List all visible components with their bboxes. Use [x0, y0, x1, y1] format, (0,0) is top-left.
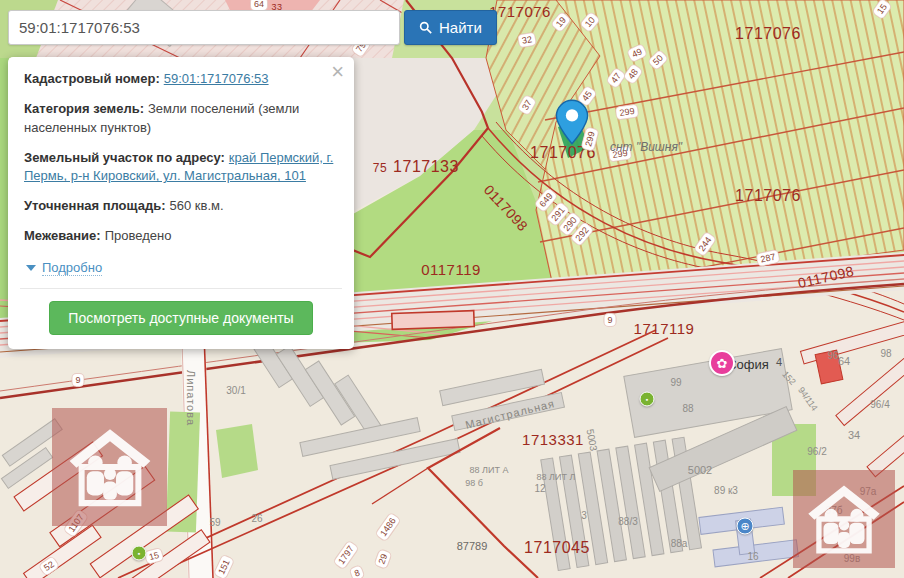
shop-poi-icon[interactable]: ▪: [132, 546, 147, 561]
area-row: Уточненная площадь:560 кв.м.: [24, 197, 338, 216]
watermark-house-family-icon: [793, 470, 895, 568]
flower-poi-icon[interactable]: ✿: [709, 350, 735, 376]
field-label: Земельный участок по адресу:: [24, 150, 225, 165]
find-button-label: Найти: [439, 19, 482, 36]
field-label: Уточненная площадь:: [24, 198, 165, 213]
surveying-row: Межевание:Проведено: [24, 227, 338, 246]
field-label: Категория земель:: [24, 101, 144, 116]
address-row: Земельный участок по адресу:край Пермски…: [24, 149, 338, 187]
cadastral-number-row: Кадастровый номер:59:01:1717076:53: [24, 70, 338, 89]
search-icon: [419, 21, 432, 34]
details-toggle[interactable]: Подробно: [26, 260, 338, 276]
parcel-info-popup: × Кадастровый номер:59:01:1717076:53 Кат…: [8, 57, 354, 349]
close-icon[interactable]: ×: [331, 61, 344, 83]
view-documents-button[interactable]: Посмотреть доступные документы: [49, 301, 312, 335]
search-bar: Найти: [8, 10, 497, 45]
search-input[interactable]: [8, 10, 400, 45]
map-pin-icon: [555, 99, 589, 149]
field-value: 560 кв.м.: [169, 198, 223, 213]
divider: [20, 288, 342, 289]
school-poi-icon[interactable]: ⊕: [737, 518, 754, 535]
field-value: Проведено: [105, 228, 172, 243]
watermark-house-family-icon: [52, 408, 167, 526]
land-category-row: Категория земель:Земли поселений (земли …: [24, 100, 338, 138]
chevron-down-icon: [26, 265, 36, 271]
cadastral-number-link[interactable]: 59:01:1717076:53: [164, 71, 269, 86]
field-label: Межевание:: [24, 228, 101, 243]
find-button[interactable]: Найти: [404, 10, 497, 45]
field-label: Кадастровый номер:: [24, 71, 160, 86]
cadastral-map-app: 1717076171707617170761717076171713301171…: [0, 0, 904, 578]
details-link[interactable]: Подробно: [42, 260, 102, 276]
shop-poi-icon[interactable]: ▪: [640, 392, 655, 407]
